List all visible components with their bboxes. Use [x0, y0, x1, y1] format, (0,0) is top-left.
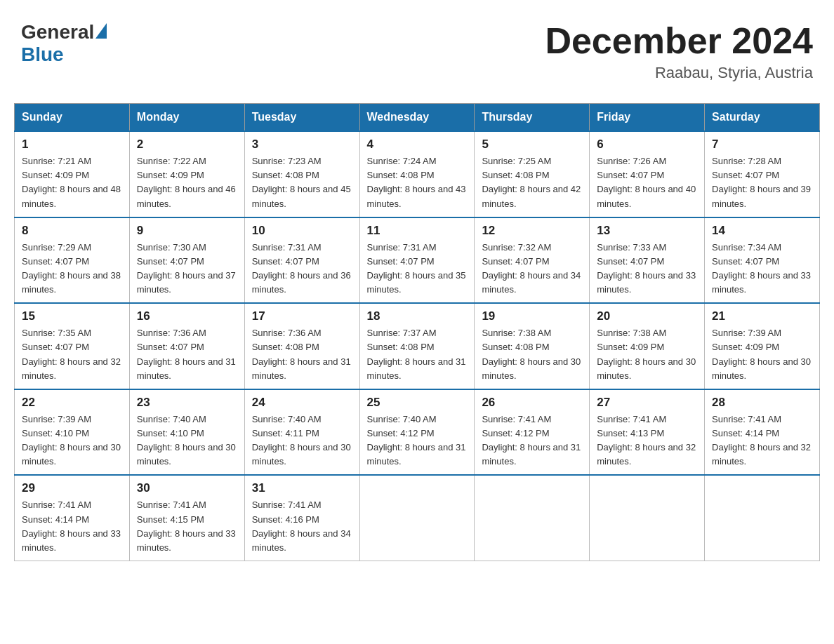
day-info: Sunrise: 7:41 AMSunset: 4:14 PMDaylight:…	[712, 414, 811, 467]
day-number: 20	[597, 309, 697, 323]
calendar-week-row-3: 15 Sunrise: 7:35 AMSunset: 4:07 PMDaylig…	[15, 303, 820, 389]
day-info: Sunrise: 7:33 AMSunset: 4:07 PMDaylight:…	[597, 242, 696, 295]
calendar-header-saturday: Saturday	[705, 104, 820, 132]
calendar-cell: 7 Sunrise: 7:28 AMSunset: 4:07 PMDayligh…	[705, 131, 820, 217]
day-info: Sunrise: 7:28 AMSunset: 4:07 PMDaylight:…	[712, 156, 811, 208]
day-info: Sunrise: 7:35 AMSunset: 4:07 PMDaylight:…	[22, 328, 121, 380]
calendar-cell: 8 Sunrise: 7:29 AMSunset: 4:07 PMDayligh…	[15, 217, 130, 304]
calendar-week-row-4: 22 Sunrise: 7:39 AMSunset: 4:10 PMDaylig…	[15, 389, 820, 476]
day-info: Sunrise: 7:23 AMSunset: 4:08 PMDaylight:…	[252, 156, 351, 208]
day-info: Sunrise: 7:40 AMSunset: 4:11 PMDaylight:…	[252, 414, 351, 467]
calendar-week-row-1: 1 Sunrise: 7:21 AMSunset: 4:09 PMDayligh…	[15, 131, 820, 217]
day-info: Sunrise: 7:32 AMSunset: 4:07 PMDaylight:…	[482, 242, 581, 295]
calendar-header-monday: Monday	[129, 104, 244, 132]
day-number: 6	[597, 137, 697, 152]
month-title: December 2024	[545, 21, 813, 61]
calendar-cell: 30 Sunrise: 7:41 AMSunset: 4:15 PMDaylig…	[129, 475, 244, 561]
day-number: 15	[22, 309, 122, 323]
calendar-cell: 16 Sunrise: 7:36 AMSunset: 4:07 PMDaylig…	[129, 303, 244, 389]
calendar-cell	[705, 475, 820, 561]
day-info: Sunrise: 7:41 AMSunset: 4:15 PMDaylight:…	[137, 499, 236, 552]
day-info: Sunrise: 7:31 AMSunset: 4:07 PMDaylight:…	[367, 242, 466, 295]
day-info: Sunrise: 7:34 AMSunset: 4:07 PMDaylight:…	[712, 242, 811, 295]
day-number: 29	[22, 481, 122, 495]
day-number: 18	[367, 309, 468, 323]
day-info: Sunrise: 7:40 AMSunset: 4:10 PMDaylight:…	[137, 414, 236, 467]
day-info: Sunrise: 7:30 AMSunset: 4:07 PMDaylight:…	[137, 242, 236, 295]
day-number: 10	[252, 224, 352, 238]
day-number: 24	[252, 396, 352, 410]
day-number: 31	[252, 481, 352, 495]
calendar-cell: 26 Sunrise: 7:41 AMSunset: 4:12 PMDaylig…	[475, 389, 590, 476]
day-info: Sunrise: 7:22 AMSunset: 4:09 PMDaylight:…	[137, 156, 236, 208]
day-number: 1	[22, 137, 122, 152]
day-info: Sunrise: 7:41 AMSunset: 4:13 PMDaylight:…	[597, 414, 696, 467]
day-number: 17	[252, 309, 352, 323]
calendar-cell: 18 Sunrise: 7:37 AMSunset: 4:08 PMDaylig…	[359, 303, 475, 389]
calendar-cell: 29 Sunrise: 7:41 AMSunset: 4:14 PMDaylig…	[15, 475, 130, 561]
day-info: Sunrise: 7:38 AMSunset: 4:08 PMDaylight:…	[482, 328, 581, 380]
day-number: 23	[137, 396, 237, 410]
day-info: Sunrise: 7:37 AMSunset: 4:08 PMDaylight:…	[367, 328, 466, 380]
logo: General Blue	[21, 21, 108, 66]
calendar-cell: 12 Sunrise: 7:32 AMSunset: 4:07 PMDaylig…	[475, 217, 590, 304]
calendar-cell: 22 Sunrise: 7:39 AMSunset: 4:10 PMDaylig…	[15, 389, 130, 476]
calendar-cell: 21 Sunrise: 7:39 AMSunset: 4:09 PMDaylig…	[705, 303, 820, 389]
day-number: 25	[367, 396, 468, 410]
day-info: Sunrise: 7:25 AMSunset: 4:08 PMDaylight:…	[482, 156, 581, 208]
day-number: 3	[252, 137, 352, 152]
calendar-header-tuesday: Tuesday	[244, 104, 359, 132]
logo-triangle-icon	[95, 23, 107, 39]
location-title: Raabau, Styria, Austria	[545, 64, 813, 82]
calendar-header-thursday: Thursday	[475, 104, 590, 132]
logo-blue-text: Blue	[21, 43, 64, 66]
calendar-cell: 13 Sunrise: 7:33 AMSunset: 4:07 PMDaylig…	[590, 217, 705, 304]
calendar-cell: 23 Sunrise: 7:40 AMSunset: 4:10 PMDaylig…	[129, 389, 244, 476]
logo-general-text: General	[21, 21, 94, 43]
day-number: 7	[712, 137, 812, 152]
day-info: Sunrise: 7:26 AMSunset: 4:07 PMDaylight:…	[597, 156, 696, 208]
day-number: 13	[597, 224, 697, 238]
calendar-cell: 15 Sunrise: 7:35 AMSunset: 4:07 PMDaylig…	[15, 303, 130, 389]
calendar-cell: 27 Sunrise: 7:41 AMSunset: 4:13 PMDaylig…	[590, 389, 705, 476]
day-number: 27	[597, 396, 697, 410]
day-info: Sunrise: 7:36 AMSunset: 4:07 PMDaylight:…	[137, 328, 236, 380]
day-number: 4	[367, 137, 468, 152]
day-number: 5	[482, 137, 582, 152]
day-number: 28	[712, 396, 812, 410]
calendar-week-row-2: 8 Sunrise: 7:29 AMSunset: 4:07 PMDayligh…	[15, 217, 820, 304]
day-info: Sunrise: 7:39 AMSunset: 4:10 PMDaylight:…	[22, 414, 121, 467]
day-info: Sunrise: 7:24 AMSunset: 4:08 PMDaylight:…	[367, 156, 466, 208]
calendar-cell: 6 Sunrise: 7:26 AMSunset: 4:07 PMDayligh…	[590, 131, 705, 217]
page-header: General Blue December 2024 Raabau, Styri…	[14, 14, 820, 89]
day-number: 12	[482, 224, 582, 238]
calendar-cell: 31 Sunrise: 7:41 AMSunset: 4:16 PMDaylig…	[244, 475, 359, 561]
day-info: Sunrise: 7:31 AMSunset: 4:07 PMDaylight:…	[252, 242, 351, 295]
calendar-cell: 5 Sunrise: 7:25 AMSunset: 4:08 PMDayligh…	[475, 131, 590, 217]
day-number: 16	[137, 309, 237, 323]
calendar-header-sunday: Sunday	[15, 104, 130, 132]
day-number: 22	[22, 396, 122, 410]
calendar-header-row: SundayMondayTuesdayWednesdayThursdayFrid…	[15, 104, 820, 132]
title-section: December 2024 Raabau, Styria, Austria	[545, 21, 813, 82]
day-info: Sunrise: 7:29 AMSunset: 4:07 PMDaylight:…	[22, 242, 121, 295]
calendar-cell: 19 Sunrise: 7:38 AMSunset: 4:08 PMDaylig…	[475, 303, 590, 389]
calendar-cell: 14 Sunrise: 7:34 AMSunset: 4:07 PMDaylig…	[705, 217, 820, 304]
day-number: 11	[367, 224, 468, 238]
day-info: Sunrise: 7:40 AMSunset: 4:12 PMDaylight:…	[367, 414, 466, 467]
calendar-cell: 3 Sunrise: 7:23 AMSunset: 4:08 PMDayligh…	[244, 131, 359, 217]
day-info: Sunrise: 7:41 AMSunset: 4:16 PMDaylight:…	[252, 499, 351, 552]
calendar-cell: 10 Sunrise: 7:31 AMSunset: 4:07 PMDaylig…	[244, 217, 359, 304]
calendar-header-wednesday: Wednesday	[359, 104, 475, 132]
calendar-cell: 28 Sunrise: 7:41 AMSunset: 4:14 PMDaylig…	[705, 389, 820, 476]
day-info: Sunrise: 7:41 AMSunset: 4:12 PMDaylight:…	[482, 414, 581, 467]
calendar-cell	[590, 475, 705, 561]
day-number: 2	[137, 137, 237, 152]
calendar-week-row-5: 29 Sunrise: 7:41 AMSunset: 4:14 PMDaylig…	[15, 475, 820, 561]
day-info: Sunrise: 7:38 AMSunset: 4:09 PMDaylight:…	[597, 328, 696, 380]
day-number: 14	[712, 224, 812, 238]
calendar-table: SundayMondayTuesdayWednesdayThursdayFrid…	[14, 103, 820, 561]
day-info: Sunrise: 7:39 AMSunset: 4:09 PMDaylight:…	[712, 328, 811, 380]
day-info: Sunrise: 7:41 AMSunset: 4:14 PMDaylight:…	[22, 499, 121, 552]
calendar-cell: 17 Sunrise: 7:36 AMSunset: 4:08 PMDaylig…	[244, 303, 359, 389]
